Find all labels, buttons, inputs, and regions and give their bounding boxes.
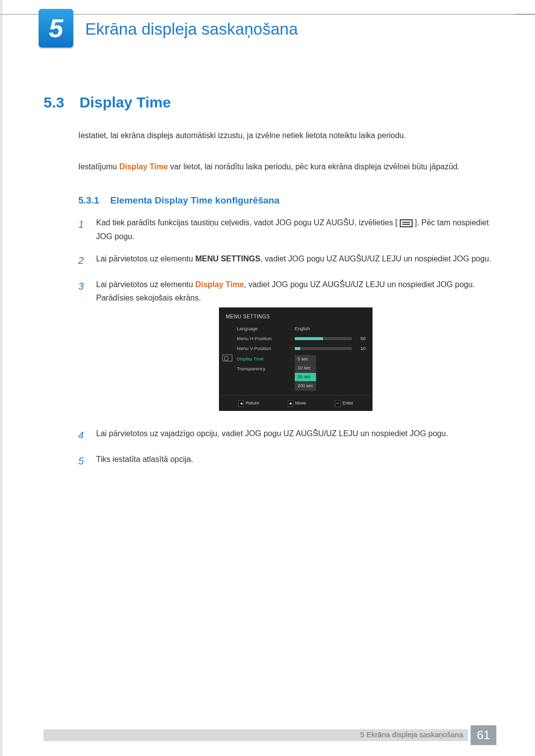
menu-icon xyxy=(400,219,413,227)
step-3: 3 Lai pārvietotos uz elementu Display Ti… xyxy=(78,278,495,418)
step3-display-time: Display Time xyxy=(195,280,244,289)
osd-item-display-time: Display Time xyxy=(237,354,290,364)
step-number: 1 xyxy=(78,216,87,243)
step-text: Lai pārvietotos uz vajadzīgo opciju, vad… xyxy=(96,427,495,444)
osd-title: MENU SETTINGS xyxy=(219,311,373,324)
step1-pre: Kad tiek parādīts funkcijas taustiņu ceļ… xyxy=(96,218,397,227)
subsection-title: Elementa Display Time konfigurēšana xyxy=(110,195,279,205)
step2-a: Lai pārvietotos uz elementu xyxy=(96,254,195,263)
subsection-heading: 5.3.1 Elementa Display Time konfigurēšan… xyxy=(78,195,495,206)
step-number: 5 xyxy=(78,453,87,469)
osd-item-vpos: Menu V-Position xyxy=(237,344,290,353)
left-edge-decor xyxy=(0,0,2,756)
intro-paragraph-2: Iestatījumu Display Time var lietot, lai… xyxy=(78,160,495,173)
osd-body: Language Menu H-Position Menu V-Position… xyxy=(219,324,373,392)
top-rule xyxy=(0,14,535,15)
osd-row-hpos: :50 xyxy=(290,334,366,344)
step2-b: , vadiet JOG pogu UZ AUGŠU/UZ LEJU un no… xyxy=(261,254,491,263)
step-4: 4 Lai pārvietotos uz vajadzīgo opciju, v… xyxy=(78,427,495,444)
section-title: Display Time xyxy=(79,94,171,110)
step-number: 3 xyxy=(78,278,87,418)
page-footer: 5 Ekrāna displeja saskaņošana 61 xyxy=(0,725,535,745)
section-number: 5.3 xyxy=(44,94,77,111)
osd-values: :English :50 :10 : 5 sec 10 sec 20 sec 2… xyxy=(290,324,373,392)
settings-osd-icon xyxy=(222,354,232,361)
step-1: 1 Kad tiek parādīts funkcijas taustiņu c… xyxy=(78,216,495,243)
step-5: 5 Tiks iestatīta atlasītā opcija. xyxy=(78,453,495,469)
osd-hpos-value: 50 xyxy=(355,335,366,343)
osd-row-display-time: : 5 sec 10 sec 20 sec 200 sec xyxy=(290,354,366,392)
steps-list: 1 Kad tiek parādīts funkcijas taustiņu c… xyxy=(78,216,495,469)
section-heading: 5.3 Display Time xyxy=(44,94,495,111)
step-number: 2 xyxy=(78,252,87,269)
osd-row-vpos: :10 xyxy=(290,344,366,353)
osd-footer: ◀Return ◆Move ↵Enter xyxy=(219,395,373,408)
osd-vpos-value: 10 xyxy=(355,345,366,353)
intro-paragraph-1: Iestatiet, lai ekrāna displejs automātis… xyxy=(78,129,495,142)
osd-dropdown: 5 sec 10 sec 20 sec 200 sec xyxy=(295,355,317,391)
step-number: 4 xyxy=(78,427,87,444)
step-2: 2 Lai pārvietotos uz elementu MENU SETTI… xyxy=(78,252,495,269)
footer-page-number: 61 xyxy=(471,725,496,745)
osd-menu-list: Language Menu H-Position Menu V-Position… xyxy=(236,324,290,392)
step3-a: Lai pārvietotos uz elementu xyxy=(96,280,195,289)
footer-label: 5 Ekrāna displeja saskaņošana xyxy=(360,730,463,739)
step-text: Kad tiek parādīts funkcijas taustiņu ceļ… xyxy=(96,216,495,243)
osd-item-language: Language xyxy=(237,324,290,334)
intro2-c: var lietot, lai norādītu laika periodu, … xyxy=(168,162,460,171)
osd-language-value: English xyxy=(295,325,310,333)
osd-item-transparency: Transparency xyxy=(237,364,290,374)
osd-icon-column xyxy=(219,324,236,392)
osd-vpos-slider xyxy=(295,347,352,350)
osd-enter-hint: ↵Enter xyxy=(335,400,354,407)
osd-screenshot: MENU SETTINGS Language Menu H-Position M… xyxy=(219,307,373,411)
osd-row-language: :English xyxy=(290,324,366,334)
osd-item-hpos: Menu H-Position xyxy=(237,334,290,344)
osd-return-hint: ◀Return xyxy=(238,400,259,407)
intro2-display-time: Display Time xyxy=(119,162,168,171)
step-text: Lai pārvietotos uz elementu Display Time… xyxy=(96,278,495,418)
osd-option: 5 sec xyxy=(295,355,317,364)
osd-option-selected: 20 sec xyxy=(295,373,317,382)
subsection-number: 5.3.1 xyxy=(78,195,108,206)
chapter-title: Ekrāna displeja saskaņošana xyxy=(85,20,298,39)
osd-option: 10 sec xyxy=(295,364,317,373)
osd-hpos-slider xyxy=(295,337,352,340)
osd-option: 200 sec xyxy=(295,382,317,391)
chapter-badge: 5 xyxy=(39,9,73,48)
step-text: Tiks iestatīta atlasītā opcija. xyxy=(96,453,495,469)
step-text: Lai pārvietotos uz elementu MENU SETTING… xyxy=(96,252,495,269)
step2-menu-settings: MENU SETTINGS xyxy=(195,254,261,263)
content-area: 5.3 Display Time Iestatiet, lai ekrāna d… xyxy=(44,94,495,478)
intro2-a: Iestatījumu xyxy=(78,162,119,171)
osd-move-hint: ◆Move xyxy=(288,400,306,407)
chapter-number: 5 xyxy=(49,13,63,43)
